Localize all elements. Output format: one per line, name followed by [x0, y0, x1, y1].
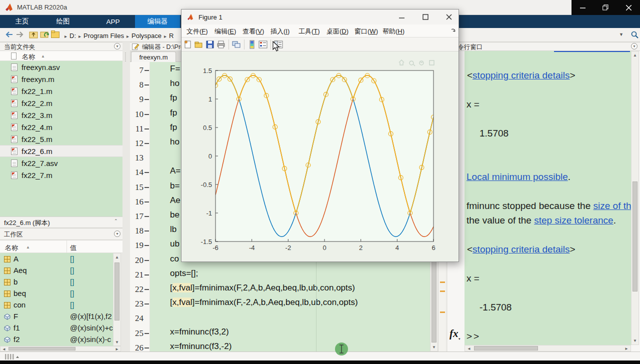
plot-axes[interactable]: -6-4-20246-1.5-1-0.500.511.5: [182, 52, 458, 262]
scroll-down-icon[interactable]: ▼: [114, 340, 120, 344]
warning-mark[interactable]: [440, 312, 445, 313]
breadcrumb-item[interactable]: Program Files: [84, 32, 124, 40]
command-prompt[interactable]: >>: [466, 331, 480, 342]
address-search-icon[interactable]: [631, 31, 638, 38]
fx-function-hint-icon[interactable]: fx: [450, 328, 458, 340]
panel-splitter[interactable]: [124, 52, 128, 62]
file-row[interactable]: freexyn.m: [0, 73, 122, 85]
command-vscrollbar[interactable]: ▲ ▼: [631, 51, 639, 345]
print-figure-icon[interactable]: [216, 40, 226, 49]
workspace-row[interactable]: f1@(x)sin(x)+c: [0, 322, 113, 334]
command-window-content[interactable]: <stopping criteria details>x =1.5708Loca…: [464, 51, 631, 345]
figure-menu-E[interactable]: 编辑(E): [214, 27, 236, 36]
editor-scroll-down-icon[interactable]: ▼: [430, 345, 438, 350]
figure-menu-D[interactable]: 桌面(D): [326, 27, 348, 36]
workspace-column-header[interactable]: 名称 ▲ 值: [0, 240, 122, 253]
file-row[interactable]: fx22_4.m: [0, 121, 122, 133]
insert-colorbar-icon[interactable]: [248, 40, 256, 49]
toolstrip-tab-编辑器[interactable]: 编辑器: [135, 15, 180, 28]
cmd-scroll-left-icon[interactable]: ◄: [467, 346, 471, 351]
figure-menu-W[interactable]: 窗口(W): [354, 27, 378, 36]
workspace-vscrollbar[interactable]: ▲ ▼: [113, 253, 121, 346]
command-link[interactable]: stopping criteria details: [472, 244, 570, 254]
mfile-icon: [11, 88, 18, 95]
minimize-button[interactable]: [576, 2, 590, 13]
workspace-menu-icon[interactable]: ▾: [114, 230, 120, 237]
file-row[interactable]: freexyn.asv: [0, 61, 122, 73]
up-folder-icon[interactable]: [29, 30, 38, 38]
file-list-column-header[interactable]: 名称 ▲: [0, 51, 122, 61]
file-row[interactable]: fx22_1.m: [0, 85, 122, 97]
scroll-up-icon[interactable]: ▲: [114, 255, 120, 260]
browse-folder-icon[interactable]: [40, 30, 50, 38]
workspace-hscrollbar[interactable]: ◄ ►: [0, 346, 121, 352]
status-grip-icon[interactable]: [5, 354, 20, 360]
figure-close-button[interactable]: [442, 12, 456, 22]
figure-menu-T[interactable]: 工具(T): [298, 27, 320, 36]
file-row[interactable]: fx22_7.m: [0, 169, 122, 181]
column-divider[interactable]: [66, 240, 67, 254]
cmd-scroll-down-icon[interactable]: ▼: [632, 338, 638, 343]
forward-icon[interactable]: [16, 30, 25, 38]
workspace-row[interactable]: con[]: [0, 299, 113, 310]
figure-titlebar[interactable]: Figure 1: [182, 10, 458, 24]
figure-minimize-button[interactable]: [394, 12, 409, 22]
toolstrip-tab-绘图[interactable]: 绘图: [45, 15, 81, 28]
workspace-row[interactable]: A[]: [0, 253, 113, 264]
current-folder-menu-icon[interactable]: ▾: [114, 43, 120, 50]
workspace-row[interactable]: beq[]: [0, 288, 113, 299]
new-figure-icon[interactable]: [184, 40, 192, 49]
file-row[interactable]: fx22_6.m: [0, 145, 122, 157]
editor-tab-freexyn[interactable]: freexyn.m: [131, 52, 176, 62]
workspace-row[interactable]: Aeq[]: [0, 264, 113, 276]
executable-line-dash: [144, 216, 149, 217]
workspace-hscroll-thumb[interactable]: [8, 347, 76, 350]
file-row[interactable]: fx22_3.m: [0, 109, 122, 121]
save-figure-icon[interactable]: [206, 40, 214, 49]
scroll-right-icon[interactable]: ►: [115, 347, 119, 352]
insert-legend-icon[interactable]: [258, 40, 268, 49]
file-row[interactable]: fx22_5.m: [0, 133, 122, 145]
workspace-row[interactable]: F@(x)[f1(x),f2: [0, 310, 113, 322]
figure-menu-H[interactable]: 帮助(H): [382, 27, 404, 36]
workspace-row[interactable]: f2@(x)sin(x)-c: [0, 334, 113, 345]
address-dropdown-icon[interactable]: ▼: [619, 32, 624, 37]
close-button[interactable]: [621, 2, 636, 13]
cmd-scroll-up-icon[interactable]: ▲: [632, 53, 638, 58]
status-bar: UTF-8 脚本 行 26 列 15: [0, 352, 640, 360]
cmd-scroll-right-icon[interactable]: ►: [624, 346, 628, 351]
command-link[interactable]: size of the current step: [594, 200, 631, 211]
toolstrip-tab-APP[interactable]: APP: [95, 15, 131, 28]
command-window-menu-icon[interactable]: ▾: [631, 43, 638, 50]
figure-maximize-button[interactable]: [418, 12, 433, 22]
cmd-hscroll-thumb[interactable]: [474, 346, 538, 350]
warning-mark[interactable]: [440, 290, 445, 292]
file-row[interactable]: fx22_2.m: [0, 97, 122, 109]
figure-menu-I[interactable]: 插入(I): [270, 27, 290, 36]
figure-window[interactable]: Figure 1 文件(F)编辑(E)查看(V)插入(I)工具(T)桌面(D)窗…: [181, 9, 459, 262]
command-hscrollbar[interactable]: ◄ ►: [464, 345, 631, 352]
link-plot-icon[interactable]: [232, 40, 241, 49]
file-list: freexyn.asvfreexyn.mfx22_1.mfx22_2.mfx22…: [0, 61, 122, 216]
workspace-row[interactable]: b[]: [0, 276, 113, 288]
scroll-left-icon[interactable]: ◄: [2, 347, 6, 352]
dock-figure-icon[interactable]: [450, 28, 456, 34]
figure-menu-V[interactable]: 查看(V): [242, 27, 264, 36]
collapse-icon[interactable]: ⌃: [114, 218, 118, 224]
cmd-vscroll-thumb[interactable]: [632, 182, 638, 292]
command-link[interactable]: step size tolerance: [534, 215, 613, 226]
open-file-icon[interactable]: [194, 40, 204, 49]
back-icon[interactable]: [4, 30, 13, 38]
warning-mark[interactable]: [440, 282, 445, 283]
command-link[interactable]: Local minimum possible: [466, 172, 568, 182]
figure-canvas[interactable]: -6-4-20246-1.5-1-0.500.511.5: [182, 52, 458, 262]
command-link[interactable]: stopping criteria details: [472, 70, 570, 80]
restore-button[interactable]: [598, 2, 613, 13]
file-row[interactable]: fx22_7.asv: [0, 157, 122, 169]
workspace-vscroll-thumb[interactable]: [114, 262, 120, 320]
breadcrumb-item[interactable]: Polyspace: [132, 32, 162, 40]
breadcrumb-item[interactable]: R: [169, 32, 174, 40]
breadcrumb-item[interactable]: D:: [70, 32, 76, 40]
figure-menu-F[interactable]: 文件(F): [186, 27, 208, 36]
toolstrip-tab-主页[interactable]: 主页: [4, 15, 40, 28]
